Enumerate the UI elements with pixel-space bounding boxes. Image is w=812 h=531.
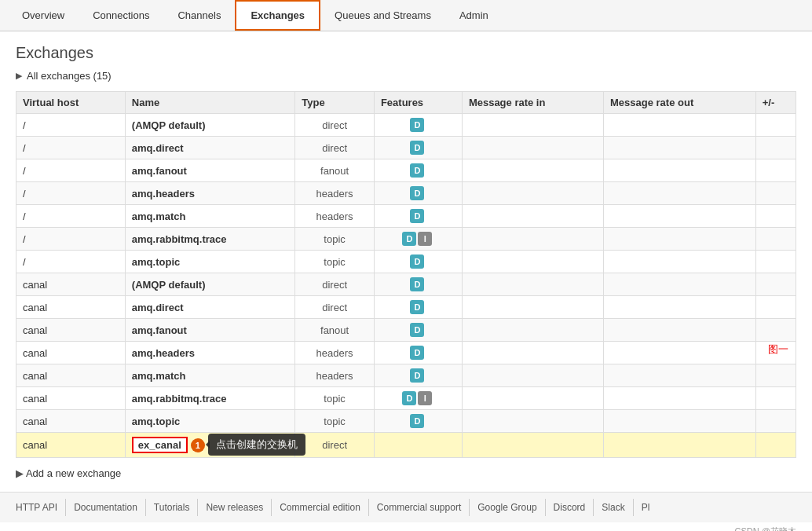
table-row[interactable]: canalamq.rabbitmq.tracetopicDI <box>16 387 796 410</box>
footer-tutorials[interactable]: Tutorials <box>146 499 199 516</box>
cell-name[interactable]: amq.direct <box>125 137 294 159</box>
add-exchange-link[interactable]: Add a new exchange <box>26 467 121 479</box>
cell-type: direct <box>295 273 375 296</box>
section-toggle[interactable]: ▶ All exchanges (15) <box>16 70 796 82</box>
cell-name[interactable]: amq.fanout <box>125 159 294 182</box>
nav-connections[interactable]: Connections <box>79 2 163 29</box>
feature-badge-i: I <box>418 391 432 405</box>
col-vhost: Virtual host <box>16 92 126 114</box>
cell-features: D <box>374 182 462 205</box>
cell-name[interactable]: amq.rabbitmq.trace <box>125 228 294 251</box>
cell-name[interactable]: (AMQP default) <box>125 273 294 296</box>
table-row[interactable]: canalex_canal1点击创建的交换机direct <box>16 433 796 458</box>
cell-msg-rate-out <box>604 182 756 205</box>
cell-features: D <box>374 296 462 319</box>
cell-name[interactable]: amq.fanout <box>125 319 294 342</box>
cell-features: D <box>374 342 462 364</box>
feature-badge-d: D <box>410 118 424 132</box>
cell-name[interactable]: amq.rabbitmq.trace <box>125 387 294 410</box>
nav-overview[interactable]: Overview <box>8 2 79 29</box>
table-row[interactable]: /amq.matchheadersD <box>16 205 796 228</box>
table-row[interactable]: /amq.topictopicD <box>16 251 796 273</box>
table-row[interactable]: canalamq.headersheadersD <box>16 342 796 364</box>
cell-type: direct <box>295 137 375 159</box>
cell-msg-rate-in <box>462 410 603 433</box>
cell-plusminus <box>755 319 796 342</box>
feature-badge-d: D <box>410 186 424 200</box>
footer-discord[interactable]: Discord <box>546 499 594 516</box>
footer-links: HTTP API Documentation Tutorials New rel… <box>0 492 812 522</box>
cell-plusminus <box>755 410 796 433</box>
tooltip-text: 点击创建的交换机 <box>208 434 305 456</box>
cell-name[interactable]: amq.headers <box>125 182 294 205</box>
cell-vhost: / <box>16 251 126 273</box>
cell-name[interactable]: amq.topic <box>125 410 294 433</box>
cell-features: D <box>374 364 462 387</box>
table-row[interactable]: canalamq.topictopicD <box>16 410 796 433</box>
feature-badge-d: D <box>410 346 424 360</box>
nav-channels[interactable]: Channels <box>163 2 235 29</box>
cell-plusminus <box>755 228 796 251</box>
cell-plusminus <box>755 159 796 182</box>
cell-name[interactable]: ex_canal1点击创建的交换机 <box>125 433 294 458</box>
cell-type: headers <box>295 342 375 364</box>
cell-msg-rate-in <box>462 159 603 182</box>
table-row[interactable]: canal(AMQP default)directD <box>16 273 796 296</box>
col-name: Name <box>125 92 294 114</box>
page-content: Exchanges ▶ All exchanges (15) Virtual h… <box>0 31 812 492</box>
section-label: All exchanges (15) <box>27 70 112 82</box>
cell-vhost: / <box>16 205 126 228</box>
cell-name[interactable]: amq.direct <box>125 296 294 319</box>
cell-name[interactable]: (AMQP default) <box>125 114 294 137</box>
col-plusminus: +/- <box>755 92 796 114</box>
cell-name[interactable]: amq.match <box>125 205 294 228</box>
table-row[interactable]: /amq.headersheadersD <box>16 182 796 205</box>
cell-name[interactable]: amq.match <box>125 364 294 387</box>
feature-badge-d: D <box>410 141 424 155</box>
footer-http-api[interactable]: HTTP API <box>8 499 66 516</box>
cell-msg-rate-in <box>462 205 603 228</box>
cell-plusminus <box>755 387 796 410</box>
col-msg-rate-out: Message rate out <box>604 92 756 114</box>
table-header-row: Virtual host Name Type Features Message … <box>16 92 796 114</box>
cell-vhost: canal <box>16 410 126 433</box>
footer-pl[interactable]: Pl <box>634 499 658 516</box>
cell-type: direct <box>295 296 375 319</box>
cell-plusminus <box>755 205 796 228</box>
cell-msg-rate-in <box>462 319 603 342</box>
footer-commercial-edition[interactable]: Commercial edition <box>272 499 369 516</box>
cell-msg-rate-in <box>462 251 603 273</box>
cell-name[interactable]: amq.topic <box>125 251 294 273</box>
nav-queues-streams[interactable]: Queues and Streams <box>320 2 445 29</box>
table-row[interactable]: /(AMQP default)directD <box>16 114 796 137</box>
cell-msg-rate-in <box>462 387 603 410</box>
cell-plusminus <box>755 182 796 205</box>
feature-badge-d: D <box>410 368 424 383</box>
cell-name[interactable]: amq.headers <box>125 342 294 364</box>
col-type: Type <box>295 92 375 114</box>
table-row[interactable]: /amq.directdirectD <box>16 137 796 159</box>
cell-msg-rate-out <box>604 205 756 228</box>
table-row[interactable]: canalamq.matchheadersD <box>16 364 796 387</box>
footer-new-releases[interactable]: New releases <box>198 499 272 516</box>
cell-msg-rate-out <box>604 433 756 458</box>
footer-slack[interactable]: Slack <box>594 499 633 516</box>
table-row[interactable]: /amq.fanoutfanoutD <box>16 159 796 182</box>
footer-commercial-support[interactable]: Commercial support <box>369 499 470 516</box>
table-row[interactable]: canalamq.fanoutfanoutD <box>16 319 796 342</box>
table-row[interactable]: canalamq.directdirectD <box>16 296 796 319</box>
cell-vhost: canal <box>16 342 126 364</box>
nav-exchanges[interactable]: Exchanges <box>235 0 320 31</box>
cell-msg-rate-in <box>462 364 603 387</box>
footer-documentation[interactable]: Documentation <box>66 499 146 516</box>
feature-badge-d: D <box>410 300 424 314</box>
cell-features: DI <box>374 387 462 410</box>
nav-admin[interactable]: Admin <box>445 2 503 29</box>
table-row[interactable]: /amq.rabbitmq.tracetopicDI <box>16 228 796 251</box>
cell-features: D <box>374 137 462 159</box>
cell-type: fanout <box>295 159 375 182</box>
cell-msg-rate-out <box>604 342 756 364</box>
feature-badge-d: D <box>410 255 424 269</box>
footer-google-group[interactable]: Google Group <box>470 499 545 516</box>
feature-badge-d: D <box>410 323 424 337</box>
